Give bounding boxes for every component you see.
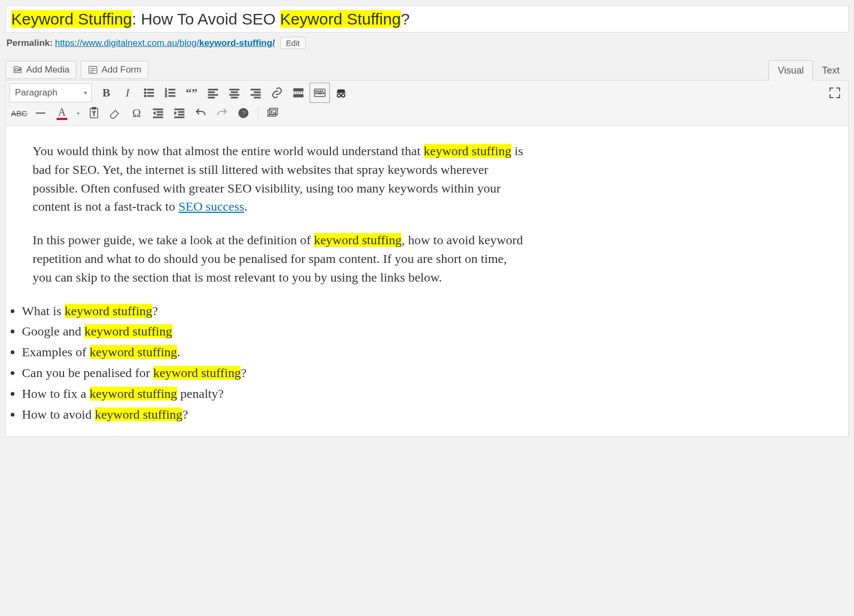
form-icon bbox=[88, 65, 98, 75]
undo-icon bbox=[194, 107, 207, 119]
help-button[interactable]: ? bbox=[233, 103, 254, 123]
svg-rect-19 bbox=[208, 97, 215, 98]
svg-rect-50 bbox=[175, 109, 184, 110]
bullet-list-icon bbox=[143, 86, 155, 99]
fullscreen-button[interactable] bbox=[825, 83, 845, 103]
seo-success-link[interactable]: SEO success bbox=[178, 199, 244, 213]
svg-rect-25 bbox=[254, 92, 260, 93]
svg-rect-30 bbox=[294, 94, 303, 97]
list-item: How to fix a keyword stuffing penalty? bbox=[22, 385, 821, 403]
redo-icon bbox=[216, 107, 228, 119]
list-highlight: keyword stuffing bbox=[153, 366, 241, 380]
svg-rect-27 bbox=[254, 97, 260, 98]
list-post: penalty? bbox=[177, 387, 224, 401]
list-post: ? bbox=[183, 407, 188, 421]
svg-point-39 bbox=[337, 94, 341, 97]
text-color-button[interactable]: A bbox=[52, 103, 72, 123]
svg-rect-22 bbox=[230, 94, 239, 95]
toc-list: What is keyword stuffing?Google and keyw… bbox=[22, 302, 821, 424]
format-select[interactable]: Paragraph bbox=[9, 83, 92, 102]
permalink-link[interactable]: https://www.digitalnext.com.au/blog/keyw… bbox=[55, 38, 275, 49]
outdent-icon bbox=[152, 107, 164, 119]
post-title-input[interactable]: Keyword Stuffing: How To Avoid SEO Keywo… bbox=[11, 9, 843, 29]
title-segment: ? bbox=[401, 10, 410, 28]
eraser-icon bbox=[109, 107, 122, 119]
editor-box: Paragraph B I 123 “” ABC A ▾ T bbox=[5, 80, 849, 437]
svg-rect-14 bbox=[169, 92, 175, 93]
format-selected-label: Paragraph bbox=[15, 87, 57, 98]
svg-rect-46 bbox=[153, 109, 163, 110]
outdent-button[interactable] bbox=[148, 103, 168, 123]
special-char-button[interactable]: Ω bbox=[126, 103, 147, 123]
text-color-caret[interactable]: ▾ bbox=[73, 103, 83, 123]
align-center-icon bbox=[228, 86, 241, 99]
paragraph-2: In this power guide, we take a look at t… bbox=[33, 231, 524, 286]
fullscreen-icon bbox=[828, 86, 841, 99]
list-post: ? bbox=[152, 304, 158, 318]
svg-rect-33 bbox=[318, 91, 319, 92]
permalink-base: https://www.digitalnext.com.au/blog/ bbox=[55, 38, 199, 48]
link-button[interactable] bbox=[267, 83, 287, 103]
editor-tabs: Visual Text bbox=[769, 60, 849, 80]
permalink-row: Permalink: https://www.digitalnext.com.a… bbox=[5, 37, 849, 49]
toolbar: Paragraph B I 123 “” ABC A ▾ T bbox=[6, 81, 848, 126]
svg-text:3: 3 bbox=[165, 94, 167, 98]
clear-format-button[interactable] bbox=[105, 103, 125, 123]
link-icon bbox=[271, 86, 283, 99]
toolbar-toggle-button[interactable] bbox=[310, 83, 330, 103]
blockquote-button[interactable]: “” bbox=[181, 83, 202, 103]
incognito-button[interactable] bbox=[331, 83, 351, 103]
image-gallery-button[interactable] bbox=[263, 103, 283, 123]
title-segment: Keyword Stuffing bbox=[11, 10, 132, 28]
list-post: ? bbox=[241, 366, 247, 380]
bullet-list-button[interactable] bbox=[139, 83, 159, 103]
indent-button[interactable] bbox=[169, 103, 189, 123]
svg-rect-44 bbox=[92, 107, 96, 109]
svg-rect-16 bbox=[208, 89, 218, 90]
list-pre: Google and bbox=[22, 324, 84, 338]
read-more-button[interactable] bbox=[288, 83, 309, 103]
add-form-button[interactable]: Add Form bbox=[81, 61, 148, 79]
list-highlight: keyword stuffing bbox=[90, 345, 177, 359]
list-pre: How to fix a bbox=[22, 387, 90, 401]
list-highlight: keyword stuffing bbox=[95, 407, 183, 421]
permalink-edit-button[interactable]: Edit bbox=[280, 37, 306, 49]
p1-highlight: keyword stuffing bbox=[424, 144, 511, 158]
numbered-list-button[interactable]: 123 bbox=[160, 83, 180, 103]
svg-point-5 bbox=[144, 92, 146, 94]
p1-pre: You would think by now that almost the e… bbox=[33, 144, 424, 158]
tab-text[interactable]: Text bbox=[813, 60, 849, 81]
align-right-button[interactable] bbox=[246, 83, 266, 103]
svg-rect-18 bbox=[208, 94, 218, 95]
svg-rect-36 bbox=[315, 93, 317, 94]
list-item: How to avoid keyword stuffing? bbox=[22, 405, 821, 424]
add-media-button[interactable]: Add Media bbox=[5, 61, 76, 79]
align-center-button[interactable] bbox=[224, 83, 244, 103]
list-highlight: keyword stuffing bbox=[90, 387, 177, 401]
list-item: Examples of keyword stuffing. bbox=[22, 343, 821, 362]
svg-point-40 bbox=[342, 94, 345, 97]
bold-button[interactable]: B bbox=[96, 83, 116, 103]
numbered-list-icon: 123 bbox=[164, 86, 177, 99]
tab-visual[interactable]: Visual bbox=[769, 60, 813, 81]
p1-post2: . bbox=[244, 199, 248, 213]
svg-point-58 bbox=[271, 111, 273, 113]
svg-text:?: ? bbox=[242, 109, 246, 117]
redo-button[interactable] bbox=[212, 103, 232, 123]
undo-button[interactable] bbox=[191, 103, 211, 123]
editor-content[interactable]: You would think by now that almost the e… bbox=[6, 126, 848, 436]
svg-rect-47 bbox=[157, 111, 163, 113]
svg-rect-48 bbox=[157, 114, 163, 115]
svg-rect-49 bbox=[153, 117, 163, 118]
toolbar-divider bbox=[258, 106, 258, 121]
svg-point-4 bbox=[144, 89, 146, 91]
svg-rect-28 bbox=[294, 89, 303, 91]
svg-rect-8 bbox=[147, 92, 154, 93]
p2-highlight: keyword stuffing bbox=[314, 233, 401, 247]
p2-pre: In this power guide, we take a look at t… bbox=[33, 233, 314, 247]
paste-text-button[interactable]: T bbox=[84, 103, 104, 123]
strikethrough-button[interactable]: ABC bbox=[9, 103, 29, 123]
horizontal-rule-button[interactable] bbox=[30, 103, 51, 123]
italic-button[interactable]: I bbox=[117, 83, 138, 103]
align-left-button[interactable] bbox=[203, 83, 223, 103]
